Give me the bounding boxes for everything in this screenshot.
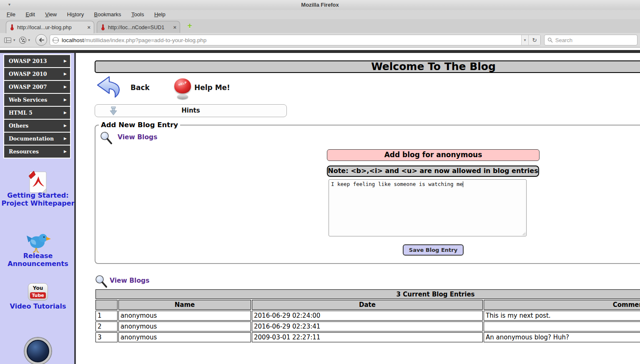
- menu-tools[interactable]: Tools: [127, 10, 148, 19]
- cell-comment: An anonymous blog? Huh?: [484, 332, 640, 342]
- back-button[interactable]: Back: [131, 83, 150, 92]
- column-header-comment: Comment: [484, 300, 640, 310]
- new-tab-button[interactable]: +: [185, 22, 194, 31]
- navigation-toolbar: ▾ ▾ localhost/mutillidae/index.php?page=…: [0, 33, 640, 48]
- twitter-bird-icon[interactable]: [24, 230, 52, 254]
- menu-edit[interactable]: Edit: [21, 10, 39, 19]
- url-bar[interactable]: localhost/mutillidae/index.php?page=add-…: [50, 35, 541, 45]
- search-input[interactable]: [555, 37, 634, 43]
- sidebar-item-web-services[interactable]: Web Services▶: [3, 93, 71, 107]
- page-title: Welcome To The Blog: [95, 60, 640, 73]
- tab-close-icon[interactable]: ×: [173, 24, 176, 30]
- fieldset-legend: Add New Blog Entry: [99, 121, 180, 129]
- table-row: 2 anonymous 2016-06-29 02:23:41: [95, 321, 640, 331]
- tab-login[interactable]: http://loc...nCode=SUD1 ×: [97, 21, 180, 33]
- cell-num: 2: [95, 321, 118, 331]
- blog-entries-table: 3 Current Blog Entries Name Date Comment…: [95, 289, 640, 343]
- browser-back-button[interactable]: [35, 34, 47, 46]
- owasp-logo-icon[interactable]: [25, 338, 51, 364]
- menu-view[interactable]: View: [41, 10, 61, 19]
- sidebar-link-whitepaper[interactable]: Getting Started: Project Whitepaper: [0, 191, 76, 207]
- cell-num: 1: [95, 311, 118, 321]
- cell-comment: This is my next post.: [484, 311, 640, 321]
- sidebar-item-resources[interactable]: Resources▶: [3, 145, 71, 158]
- main-content: Welcome To The Blog Back HELP Help Me!: [95, 48, 640, 364]
- column-header-name: Name: [118, 300, 251, 310]
- menu-help[interactable]: Help: [150, 10, 170, 19]
- help-me-button[interactable]: Help Me!: [194, 83, 230, 92]
- search-icon: [547, 37, 553, 43]
- tab-title: http://loc...nCode=SUD1: [108, 25, 170, 30]
- cell-date: 2009-03-01 22:27:11: [252, 332, 483, 342]
- cell-date: 2016-06-29 02:24:00: [252, 311, 483, 321]
- panel-toggle-icon[interactable]: [4, 38, 11, 43]
- search-box: [544, 35, 637, 45]
- view-blogs-icon[interactable]: [100, 131, 113, 145]
- sidebar-item-owasp-2013[interactable]: OWASP 2013▶: [3, 54, 71, 68]
- textarea-resize-handle[interactable]: [522, 231, 526, 236]
- sidebar-item-others[interactable]: Others▶: [3, 119, 71, 133]
- cell-name: anonymous: [118, 311, 251, 321]
- cell-name: anonymous: [118, 332, 251, 342]
- sidebar-item-html5[interactable]: HTML 5▶: [3, 106, 71, 120]
- globe-icon: [53, 37, 59, 43]
- sidebar-item-owasp-2007[interactable]: OWASP 2007▶: [3, 80, 71, 94]
- tab-close-icon[interactable]: ×: [87, 24, 90, 30]
- browser-window: ▾ Mozilla Firefox File Edit View History…: [0, 0, 640, 364]
- text-cursor: [463, 181, 463, 187]
- view-blogs-icon[interactable]: [95, 275, 108, 289]
- column-header: [95, 300, 118, 310]
- menu-history[interactable]: History: [63, 10, 88, 19]
- page-content: OWASP 2013▶ OWASP 2010▶ OWASP 2007▶ Web …: [0, 48, 640, 364]
- hints-toggle[interactable]: Hints: [95, 104, 287, 117]
- submenu-arrow-icon: ▶: [64, 107, 67, 119]
- submenu-arrow-icon: ▶: [64, 68, 67, 80]
- back-arrow-icon[interactable]: [95, 75, 122, 99]
- submenu-arrow-icon: ▶: [64, 146, 67, 158]
- window-titlebar: ▾ Mozilla Firefox: [0, 0, 640, 10]
- submenu-arrow-icon: ▶: [64, 81, 67, 93]
- cookie-dropdown-icon[interactable]: ▾: [26, 38, 33, 42]
- table-title-row: 3 Current Blog Entries: [95, 289, 640, 299]
- menu-bookmarks[interactable]: Bookmarks: [90, 10, 125, 19]
- blog-entry-textarea[interactable]: I keep feeling like someone is watching …: [329, 179, 527, 236]
- mutillidae-favicon-icon: [100, 24, 105, 30]
- note-banner: Note: <b>,<i> and <u> are now allowed in…: [327, 166, 539, 177]
- window-title: Mozilla Firefox: [0, 0, 640, 10]
- submenu-arrow-icon: ▶: [64, 94, 67, 106]
- reload-icon[interactable]: ↻: [528, 35, 540, 45]
- sidebar-item-owasp-2010[interactable]: OWASP 2010▶: [3, 67, 71, 81]
- sidebar: OWASP 2013▶ OWASP 2010▶ OWASP 2007▶ Web …: [0, 53, 76, 364]
- submenu-arrow-icon: ▶: [64, 133, 67, 145]
- url-dropdown-icon[interactable]: ▾: [522, 38, 529, 42]
- sidebar-link-release[interactable]: Release Announcements: [0, 252, 76, 268]
- youtube-icon[interactable]: YouTube: [28, 283, 48, 301]
- cell-comment: [484, 321, 640, 331]
- mutillidae-favicon-icon: [10, 24, 15, 30]
- tab-title: http://local...ur-blog.php: [17, 25, 84, 30]
- view-blogs-link[interactable]: View Blogs: [110, 277, 149, 284]
- save-blog-entry-button[interactable]: Save Blog Entry: [403, 244, 464, 256]
- cell-date: 2016-06-29 02:23:41: [252, 321, 483, 331]
- add-blog-banner: Add blog for anonymous: [327, 149, 540, 161]
- view-blogs-link[interactable]: View Blogs: [118, 133, 157, 141]
- sidebar-link-video[interactable]: Video Tutorials: [0, 302, 76, 310]
- help-button-icon[interactable]: HELP: [173, 78, 192, 99]
- table-row: 3 anonymous 2009-03-01 22:27:11 An anony…: [95, 332, 640, 342]
- sidebar-item-documentation[interactable]: Documentation▶: [3, 132, 71, 146]
- column-header-date: Date: [252, 300, 483, 310]
- pdf-whitepaper-icon[interactable]: [28, 171, 48, 193]
- cookie-manager-icon[interactable]: [19, 37, 26, 44]
- blog-entry-text: I keep feeling like someone is watching …: [331, 181, 463, 187]
- url-text: localhost/mutillidae/index.php?page=add-…: [62, 37, 521, 43]
- back-arrow-icon: [38, 37, 45, 43]
- tab-add-to-your-blog[interactable]: http://local...ur-blog.php ×: [6, 21, 94, 33]
- submenu-arrow-icon: ▶: [64, 55, 67, 67]
- panel-dropdown-icon[interactable]: ▾: [11, 38, 18, 42]
- menu-file[interactable]: File: [3, 10, 20, 19]
- table-header-row: Name Date Comment: [95, 300, 640, 310]
- table-row: 1 anonymous 2016-06-29 02:24:00 This is …: [95, 311, 640, 321]
- submenu-arrow-icon: ▶: [64, 120, 67, 132]
- table-title: 3 Current Blog Entries: [95, 289, 640, 299]
- menubar: File Edit View History Bookmarks Tools H…: [0, 10, 640, 19]
